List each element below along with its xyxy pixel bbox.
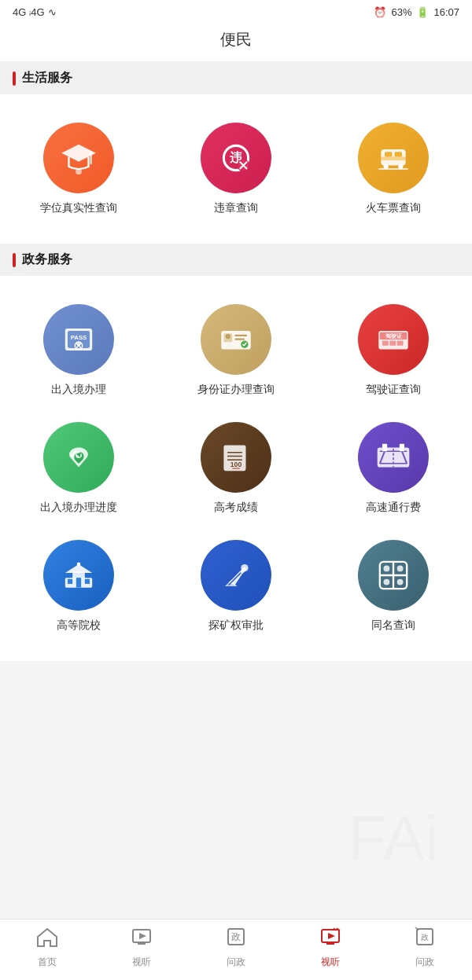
service-violation[interactable]: 违 违章查询 xyxy=(157,110,315,228)
violation-label: 违章查询 xyxy=(214,201,258,215)
service-mining[interactable]: 探矿权审批 xyxy=(157,527,315,645)
nav-media2[interactable]: 视听 xyxy=(307,926,354,969)
service-samename[interactable]: 同名查询 xyxy=(315,527,472,645)
wifi-icon: ∿ xyxy=(48,6,57,18)
service-university[interactable]: 高等院校 xyxy=(0,527,157,645)
nav-politics2-label: 问政 xyxy=(415,956,434,969)
section-life-label: 生活服务 xyxy=(0,62,472,94)
alarm-icon: ⏰ xyxy=(374,6,386,18)
svg-rect-46 xyxy=(400,444,404,451)
zheng-icon: 政 xyxy=(225,926,247,953)
university-label: 高等院校 xyxy=(57,618,101,633)
svg-rect-50 xyxy=(76,578,81,588)
status-bar: 4G ᵢ4G ∿ ⏰ 63% 🔋 16:07 xyxy=(0,0,472,21)
degree-icon xyxy=(43,123,114,193)
svg-point-59 xyxy=(384,566,390,572)
battery-icon: 🔋 xyxy=(416,6,429,18)
license-icon: 驾驶证 xyxy=(358,304,429,375)
svg-marker-66 xyxy=(139,933,146,939)
nav-home-label: 首页 xyxy=(38,956,57,969)
university-icon xyxy=(43,540,114,611)
gaokao-label: 高考成绩 xyxy=(214,501,258,515)
service-border[interactable]: PASS 出入境办理 xyxy=(0,292,157,409)
svg-rect-10 xyxy=(385,152,392,156)
svg-text:100: 100 xyxy=(230,461,242,468)
idcard-label: 身份证办理查询 xyxy=(197,383,275,397)
svg-text:PASS: PASS xyxy=(71,334,87,341)
signal-4g2: ᵢ4G xyxy=(29,6,44,18)
svg-rect-35 xyxy=(397,341,404,346)
nav-media2-label: 视听 xyxy=(321,956,340,969)
svg-point-62 xyxy=(397,579,404,585)
battery-text: 63% xyxy=(391,6,411,18)
tv-icon xyxy=(131,926,153,953)
service-highway[interactable]: 高速通行费 xyxy=(315,409,472,527)
tv-active-icon xyxy=(319,926,341,953)
svg-point-25 xyxy=(226,334,230,339)
mining-icon xyxy=(201,540,271,611)
status-right: ⏰ 63% 🔋 16:07 xyxy=(374,6,459,18)
time: 16:07 xyxy=(433,6,459,18)
svg-rect-53 xyxy=(85,579,90,584)
highway-icon xyxy=(358,422,429,493)
page-title: 便民 xyxy=(220,31,252,48)
svg-rect-27 xyxy=(234,338,245,340)
train-icon xyxy=(358,123,429,193)
nav-media1[interactable]: 视听 xyxy=(118,926,165,969)
section-gov-label: 政务服务 xyxy=(0,244,472,276)
svg-point-60 xyxy=(397,566,404,572)
nav-media1-label: 视听 xyxy=(132,956,151,969)
page-header: 便民 xyxy=(0,21,472,62)
svg-rect-12 xyxy=(381,156,405,160)
svg-point-13 xyxy=(384,164,389,169)
mining-label: 探矿权审批 xyxy=(208,618,264,633)
service-train[interactable]: 火车票查询 xyxy=(315,110,472,228)
svg-point-51 xyxy=(77,563,81,567)
service-degree[interactable]: 学位真实性查询 xyxy=(0,110,157,228)
status-signals: 4G ᵢ4G ∿ xyxy=(13,6,57,18)
home-icon xyxy=(36,926,58,953)
svg-marker-72 xyxy=(328,933,335,939)
gaokao-icon: 100 xyxy=(201,422,271,493)
border-progress-icon xyxy=(43,422,114,493)
svg-rect-34 xyxy=(389,341,396,346)
samename-icon xyxy=(358,540,429,611)
border-label: 出入境办理 xyxy=(51,383,106,397)
samename-label: 同名查询 xyxy=(371,618,415,633)
service-border-progress[interactable]: 出入境办理进度 xyxy=(0,409,157,527)
signal-4g: 4G xyxy=(13,6,26,18)
svg-text:驾驶证: 驾驶证 xyxy=(385,332,403,340)
service-idcard[interactable]: 身份证办理查询 xyxy=(157,292,315,409)
license-label: 驾驶证查询 xyxy=(366,383,421,397)
nav-politics[interactable]: 政 问政 xyxy=(212,926,260,969)
svg-rect-11 xyxy=(395,152,402,156)
highway-label: 高速通行费 xyxy=(366,501,421,515)
svg-point-54 xyxy=(241,564,248,571)
idcard-icon xyxy=(201,304,271,375)
svg-rect-45 xyxy=(382,444,387,451)
watermark: FAi xyxy=(315,760,472,917)
service-gaokao[interactable]: 100 高考成绩 xyxy=(157,409,315,527)
border-progress-label: 出入境办理进度 xyxy=(40,501,117,515)
border-icon: PASS xyxy=(43,304,114,375)
violation-icon: 违 xyxy=(201,123,271,193)
main-content: 生活服务 学位真实性查询 违 xyxy=(0,62,472,716)
svg-rect-52 xyxy=(68,579,72,584)
nav-politics2[interactable]: 政 问政 xyxy=(401,926,448,969)
svg-text:政: 政 xyxy=(231,931,241,942)
svg-point-2 xyxy=(76,168,82,174)
svg-text:政: 政 xyxy=(421,933,429,941)
nav-politics-label: 问政 xyxy=(227,956,245,969)
svg-rect-33 xyxy=(382,341,389,346)
gov-service-grid: PASS 出入境办理 xyxy=(0,276,472,661)
life-service-grid: 学位真实性查询 违 违章查询 xyxy=(0,94,472,244)
service-license[interactable]: 驾驶证 驾驶证查询 xyxy=(315,292,472,409)
svg-point-0 xyxy=(89,151,93,155)
svg-rect-26 xyxy=(234,335,247,336)
svg-point-22 xyxy=(77,343,81,347)
svg-point-14 xyxy=(398,164,403,169)
svg-point-61 xyxy=(384,579,390,585)
bottom-nav: 首页 视听 政 问政 xyxy=(0,919,472,980)
nav-home[interactable]: 首页 xyxy=(24,926,71,969)
zheng2-icon: 政 xyxy=(414,926,436,953)
